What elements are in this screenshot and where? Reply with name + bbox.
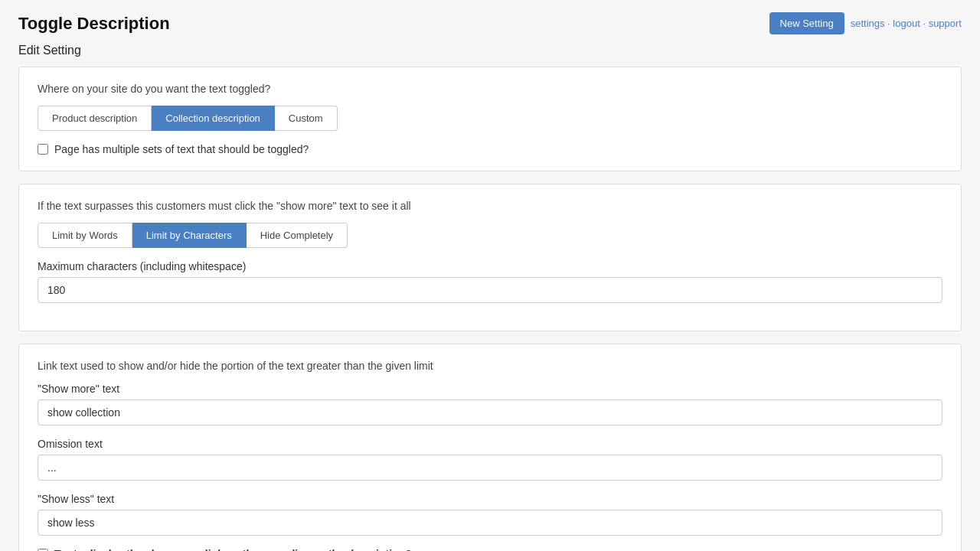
multiple-sets-label[interactable]: Page has multiple sets of text that shou… [54,143,309,155]
same-line-checkbox-row: Try to display the show more link on the… [38,548,942,551]
omission-input[interactable] [38,455,942,481]
link-text-card: Link text used to show and/or hide the p… [18,344,962,551]
limit-type-card: If the text surpasses this customers mus… [18,184,962,331]
site-location-card: Where on your site do you want the text … [18,67,962,171]
show-less-field: "Show less" text [38,493,942,536]
edit-setting-subtitle: Edit Setting [18,44,962,57]
logout-link[interactable]: logout [893,18,920,29]
limit-by-characters-btn[interactable]: Limit by Characters [132,223,247,248]
omission-field: Omission text [38,438,942,481]
same-line-strong: Try to display the show more link on the… [54,548,412,551]
site-location-label: Where on your site do you want the text … [38,83,942,95]
multiple-sets-checkbox[interactable] [38,144,48,155]
settings-link[interactable]: settings [851,18,885,29]
new-setting-button[interactable]: New Setting [769,12,844,34]
show-more-input[interactable] [38,399,942,425]
max-chars-label: Maximum characters (including whitespace… [38,260,942,272]
omission-label: Omission text [38,438,942,450]
max-chars-input[interactable] [38,277,942,303]
show-more-field: "Show more" text [38,383,942,425]
site-location-btn-group: Product description Collection descripti… [38,106,942,131]
top-links: settings · logout · support [851,18,962,29]
limit-type-btn-group: Limit by Words Limit by Characters Hide … [38,223,942,248]
collection-description-btn[interactable]: Collection description [152,106,275,131]
show-less-label: "Show less" text [38,493,942,505]
hide-completely-btn[interactable]: Hide Completely [247,223,348,248]
show-less-input[interactable] [38,510,942,536]
same-line-label[interactable]: Try to display the show more link on the… [54,548,412,551]
product-description-btn[interactable]: Product description [38,106,152,131]
separator2: · [923,18,928,29]
link-text-label: Link text used to show and/or hide the p… [38,360,942,372]
custom-btn[interactable]: Custom [275,106,338,131]
multiple-sets-checkbox-row: Page has multiple sets of text that shou… [38,143,942,155]
support-link[interactable]: support [929,18,962,29]
limit-by-words-btn[interactable]: Limit by Words [38,223,132,248]
show-more-label: "Show more" text [38,383,942,395]
top-bar: Toggle Description New Setting settings … [18,12,962,34]
page-title: Toggle Description [18,14,170,34]
max-chars-field: Maximum characters (including whitespace… [38,260,942,303]
limit-type-label: If the text surpasses this customers mus… [38,200,942,212]
top-bar-right: New Setting settings · logout · support [769,12,962,34]
